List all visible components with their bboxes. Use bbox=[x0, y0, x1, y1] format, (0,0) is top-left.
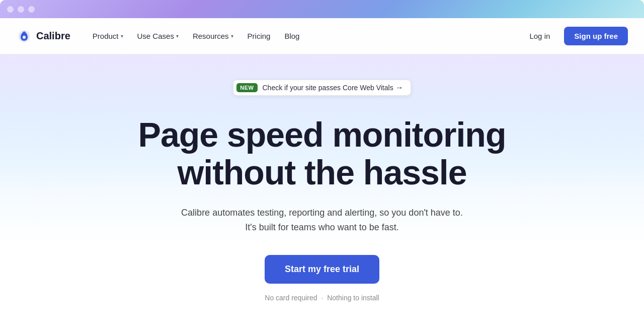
chevron-down-icon: ▾ bbox=[231, 33, 233, 39]
chevron-down-icon: ▾ bbox=[176, 33, 179, 39]
nav-item-use-cases[interactable]: Use Cases ▾ bbox=[131, 28, 185, 44]
new-badge[interactable]: NEW Check if your site passes Core Web V… bbox=[233, 80, 411, 96]
hero-section: NEW Check if your site passes Core Web V… bbox=[0, 54, 644, 327]
new-tag-label: NEW bbox=[236, 83, 257, 92]
nav-blog-label: Blog bbox=[284, 32, 299, 40]
logo-text: Calibre bbox=[36, 30, 70, 42]
nav-product-label: Product bbox=[93, 32, 119, 40]
nav-links: Product ▾ Use Cases ▾ Resources ▾ Pricin… bbox=[87, 28, 524, 44]
arrow-icon: → bbox=[395, 83, 404, 92]
cta-button[interactable]: Start my free trial bbox=[265, 255, 379, 284]
cta-note-part1: No card required bbox=[265, 294, 317, 302]
signup-button[interactable]: Sign up free bbox=[564, 27, 628, 45]
chevron-down-icon: ▾ bbox=[121, 33, 123, 39]
nav-usecases-label: Use Cases bbox=[137, 32, 174, 40]
maximize-button-light[interactable] bbox=[28, 6, 35, 13]
navbar: Calibre Product ▾ Use Cases ▾ Resources … bbox=[0, 18, 644, 54]
hero-subtext: Calibre automates testing, reporting and… bbox=[181, 206, 463, 235]
hero-headline: Page speed monitoring without the hassle bbox=[138, 116, 506, 191]
logo-icon bbox=[16, 28, 32, 44]
nav-actions: Log in Sign up free bbox=[523, 27, 628, 45]
headline-line2: without the hassle bbox=[177, 153, 466, 191]
browser-titlebar bbox=[0, 0, 644, 18]
traffic-lights bbox=[7, 6, 35, 13]
subtext-line1: Calibre automates testing, reporting and… bbox=[181, 208, 463, 218]
nav-resources-label: Resources bbox=[193, 32, 229, 40]
nav-item-product[interactable]: Product ▾ bbox=[87, 28, 129, 44]
badge-text: Check if your site passes Core Web Vital… bbox=[263, 84, 393, 92]
headline-line1: Page speed monitoring bbox=[138, 115, 506, 154]
cta-note-part2: Nothing to install bbox=[327, 294, 379, 302]
subtext-line2: It's built for teams who want to be fast… bbox=[245, 222, 399, 232]
separator: · bbox=[321, 294, 323, 302]
nav-item-pricing[interactable]: Pricing bbox=[242, 28, 277, 44]
login-button[interactable]: Log in bbox=[523, 28, 556, 44]
logo[interactable]: Calibre bbox=[16, 28, 70, 44]
close-button-light[interactable] bbox=[7, 6, 14, 13]
nav-item-blog[interactable]: Blog bbox=[278, 28, 305, 44]
nav-item-resources[interactable]: Resources ▾ bbox=[187, 28, 239, 44]
nav-pricing-label: Pricing bbox=[248, 32, 271, 40]
cta-note: No card required · Nothing to install bbox=[265, 294, 379, 302]
minimize-button-light[interactable] bbox=[18, 6, 24, 13]
browser-content: Calibre Product ▾ Use Cases ▾ Resources … bbox=[0, 18, 644, 327]
browser-window: Calibre Product ▾ Use Cases ▾ Resources … bbox=[0, 0, 644, 327]
